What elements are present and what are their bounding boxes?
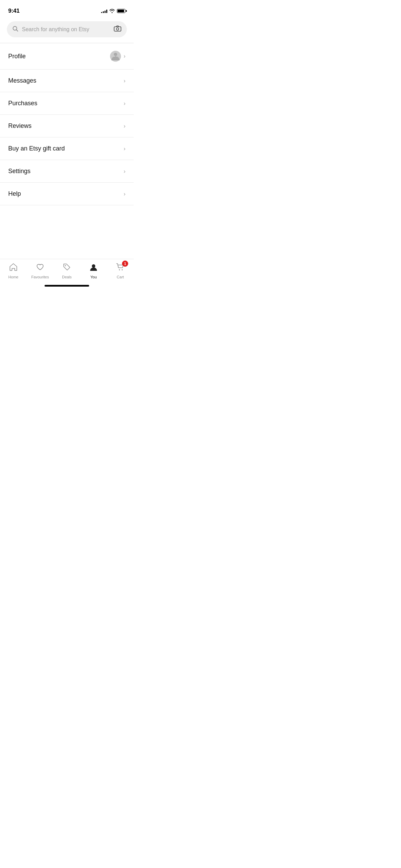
you-icon	[89, 263, 98, 274]
menu-item-help[interactable]: Help ›	[0, 183, 134, 205]
menu-label-settings: Settings	[8, 168, 31, 175]
menu-item-profile[interactable]: Profile ● ›	[0, 43, 134, 70]
status-time: 9:41	[8, 8, 20, 14]
svg-point-3	[117, 28, 119, 30]
nav-label-cart: Cart	[117, 275, 124, 279]
nav-label-deals: Deals	[62, 275, 72, 279]
home-indicator	[45, 285, 89, 287]
camera-icon[interactable]	[114, 25, 121, 33]
nav-item-deals[interactable]: Deals	[57, 263, 77, 279]
nav-label-favourites: Favourites	[31, 275, 49, 279]
wifi-icon	[109, 9, 115, 13]
menu-label-reviews: Reviews	[8, 122, 32, 130]
search-bar[interactable]: Search for anything on Etsy	[7, 21, 127, 37]
menu-item-settings[interactable]: Settings ›	[0, 160, 134, 183]
heart-icon	[36, 263, 45, 274]
nav-label-home: Home	[8, 275, 18, 279]
menu-item-purchases[interactable]: Purchases ›	[0, 92, 134, 115]
svg-rect-2	[114, 27, 121, 31]
svg-line-1	[16, 29, 18, 31]
chevron-right-icon: ›	[124, 191, 125, 197]
status-icons	[101, 9, 125, 13]
tag-icon	[62, 263, 71, 274]
menu-label-help: Help	[8, 190, 21, 197]
avatar: ●	[110, 51, 121, 62]
status-bar: 9:41	[0, 0, 134, 17]
menu-item-messages[interactable]: Messages ›	[0, 70, 134, 92]
nav-item-favourites[interactable]: Favourites	[30, 263, 50, 279]
chevron-right-icon: ›	[124, 53, 125, 59]
search-icon	[12, 26, 19, 33]
menu-label-profile: Profile	[8, 53, 26, 60]
nav-item-cart[interactable]: 1 Cart	[110, 263, 131, 279]
menu-list: Profile ● › Messages › Purchases	[0, 43, 134, 205]
menu-label-messages: Messages	[8, 77, 36, 84]
chevron-right-icon: ›	[124, 78, 125, 84]
home-icon	[9, 263, 18, 274]
chevron-right-icon: ›	[124, 123, 125, 129]
menu-item-reviews[interactable]: Reviews ›	[0, 115, 134, 137]
svg-point-5	[65, 265, 66, 266]
signal-icon	[101, 9, 107, 13]
nav-item-home[interactable]: Home	[3, 263, 24, 279]
cart-icon: 1	[116, 263, 125, 274]
svg-point-8	[122, 269, 123, 270]
svg-point-6	[92, 264, 95, 268]
menu-label-gift-card: Buy an Etsy gift card	[8, 145, 65, 152]
nav-label-you: You	[90, 275, 97, 279]
svg-point-7	[119, 269, 120, 270]
chevron-right-icon: ›	[124, 100, 125, 107]
svg-point-4	[114, 53, 117, 56]
nav-item-you[interactable]: You	[83, 263, 104, 279]
chevron-right-icon: ›	[124, 168, 125, 174]
chevron-right-icon: ›	[124, 146, 125, 152]
cart-badge: 1	[122, 261, 128, 267]
menu-item-gift-card[interactable]: Buy an Etsy gift card ›	[0, 137, 134, 160]
search-container: Search for anything on Etsy	[0, 17, 134, 43]
menu-label-purchases: Purchases	[8, 100, 37, 107]
battery-icon	[117, 9, 125, 13]
search-placeholder: Search for anything on Etsy	[22, 26, 110, 33]
